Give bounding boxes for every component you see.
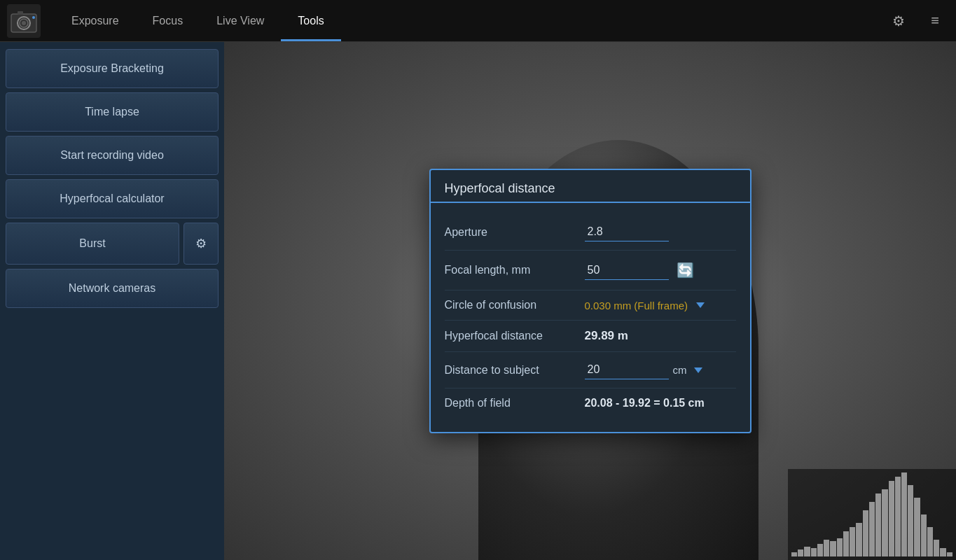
circle-of-confusion-dropdown[interactable] [696, 302, 705, 308]
distance-to-subject-input[interactable] [585, 360, 669, 379]
start-recording-button[interactable]: Start recording video [6, 136, 219, 175]
svg-rect-5 [18, 11, 23, 15]
time-lapse-button[interactable]: Time lapse [6, 92, 219, 132]
distance-unit-dropdown[interactable] [694, 368, 702, 373]
circle-of-confusion-label: Circle of confusion [445, 299, 585, 312]
exposure-bracketing-button[interactable]: Exposure Bracketing [6, 49, 219, 88]
network-cameras-button[interactable]: Network cameras [6, 269, 219, 308]
sidebar: Exposure Bracketing Time lapse Start rec… [0, 42, 224, 560]
depth-of-field-value-container: 20.08 - 19.92 = 0.15 cm [585, 397, 736, 410]
camera-logo-icon [7, 4, 41, 38]
distance-unit-label: cm [673, 364, 687, 376]
header-actions: ⚙ ≡ [885, 7, 949, 35]
circle-of-confusion-value: 0.030 mm (Full frame) [585, 300, 688, 312]
depth-of-field-row: Depth of field 20.08 - 19.92 = 0.15 cm [445, 388, 736, 418]
dialog-header: Hyperfocal distance [431, 170, 750, 203]
dialog-overlay: Hyperfocal distance Aperture Focal lengt… [224, 42, 956, 560]
tab-exposure[interactable]: Exposure [55, 0, 136, 41]
aperture-row: Aperture [445, 214, 736, 251]
burst-button[interactable]: Burst [6, 223, 179, 265]
gear-icon: ⚙ [892, 13, 905, 29]
aperture-value [585, 223, 736, 241]
depth-of-field-label: Depth of field [445, 397, 585, 410]
focal-length-label: Focal length, mm [445, 264, 585, 276]
burst-row: Burst ⚙ [6, 223, 219, 265]
hyperfocal-distance-row: Hyperfocal distance 29.89 m [445, 321, 736, 352]
aperture-input[interactable] [585, 223, 669, 241]
app-logo [7, 4, 41, 38]
hyperfocal-distance-value: 29.89 m [585, 329, 628, 343]
distance-to-subject-value: cm [585, 360, 736, 379]
settings-button[interactable]: ⚙ [885, 7, 913, 35]
depth-of-field-value: 20.08 - 19.92 = 0.15 cm [585, 397, 705, 410]
hyperfocal-calculator-button[interactable]: Hyperfocal calculator [6, 179, 219, 218]
content-area: Hyperfocal distance Aperture Focal lengt… [224, 42, 956, 560]
circle-of-confusion-value-container: 0.030 mm (Full frame) [585, 300, 736, 312]
tab-tools[interactable]: Tools [281, 0, 340, 41]
dialog-title: Hyperfocal distance [445, 181, 555, 195]
focal-length-value: 🔄 [585, 259, 736, 281]
tab-focus[interactable]: Focus [136, 0, 200, 41]
gear-icon: ⚙ [195, 236, 207, 251]
distance-to-subject-row: Distance to subject cm [445, 352, 736, 388]
svg-point-4 [22, 21, 26, 25]
tab-live-view[interactable]: Live View [200, 0, 281, 41]
focal-length-row: Focal length, mm 🔄 [445, 251, 736, 290]
main-layout: Exposure Bracketing Time lapse Start rec… [0, 42, 956, 560]
aperture-label: Aperture [445, 226, 585, 239]
distance-to-subject-label: Distance to subject [445, 364, 585, 377]
hyperfocal-distance-value-container: 29.89 m [585, 329, 736, 343]
hyperfocal-dialog: Hyperfocal distance Aperture Focal lengt… [429, 169, 751, 433]
refresh-icon: 🔄 [677, 262, 694, 279]
menu-button[interactable]: ≡ [921, 7, 949, 35]
hamburger-icon: ≡ [931, 13, 939, 29]
nav-tabs: Exposure Focus Live View Tools [55, 0, 885, 41]
svg-point-6 [32, 16, 35, 19]
header: Exposure Focus Live View Tools ⚙ ≡ [0, 0, 956, 42]
burst-settings-button[interactable]: ⚙ [183, 223, 219, 265]
focal-length-refresh-button[interactable]: 🔄 [674, 259, 697, 281]
dialog-body: Aperture Focal length, mm 🔄 [431, 203, 750, 432]
focal-length-input[interactable] [585, 261, 669, 280]
hyperfocal-distance-label: Hyperfocal distance [445, 330, 585, 342]
circle-of-confusion-row: Circle of confusion 0.030 mm (Full frame… [445, 290, 736, 321]
